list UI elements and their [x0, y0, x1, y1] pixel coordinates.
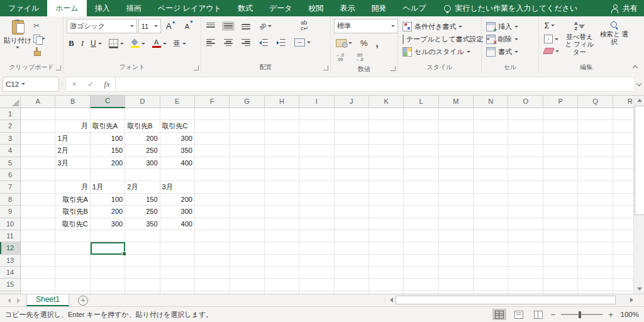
column-header-H[interactable]: H: [265, 96, 299, 108]
horizontal-scroll-thumb[interactable]: [396, 296, 616, 304]
cell-A14[interactable]: [21, 267, 55, 279]
cell-R7[interactable]: [613, 181, 633, 193]
cell-L13[interactable]: [404, 255, 438, 267]
cell-P13[interactable]: [543, 255, 578, 267]
cut-button[interactable]: ✂: [32, 20, 47, 31]
sheet-tab-sheet1[interactable]: Sheet1: [26, 294, 69, 306]
cell-E14[interactable]: [160, 267, 195, 279]
bold-button[interactable]: B: [67, 37, 76, 50]
cell-E6[interactable]: [160, 169, 195, 181]
cell-Q3[interactable]: [578, 133, 613, 145]
cell-K13[interactable]: [369, 255, 404, 267]
paste-button[interactable]: 貼り付け: [3, 19, 32, 63]
cell-L15[interactable]: [404, 279, 438, 291]
collapse-ribbon-button[interactable]: [633, 65, 638, 70]
cell-B4[interactable]: 2月: [55, 145, 90, 157]
italic-button[interactable]: I: [79, 37, 86, 50]
formula-input[interactable]: [116, 77, 635, 92]
cell-N1[interactable]: [474, 108, 508, 120]
cell-K5[interactable]: [369, 157, 404, 169]
cell-K3[interactable]: [369, 133, 404, 145]
font-color-button[interactable]: A: [150, 38, 169, 49]
cell-P12[interactable]: [543, 242, 578, 254]
cell-C7[interactable]: 1月: [91, 181, 125, 193]
cell-K2[interactable]: [369, 120, 404, 132]
cell-J10[interactable]: [335, 218, 369, 230]
cell-O9[interactable]: [508, 206, 543, 218]
cell-G11[interactable]: [230, 230, 264, 242]
cell-K14[interactable]: [369, 267, 404, 279]
cell-O10[interactable]: [508, 218, 543, 230]
cell-L6[interactable]: [404, 169, 438, 181]
ribbon-tab[interactable]: 挿入: [87, 0, 118, 16]
cell-H13[interactable]: [265, 255, 299, 267]
align-left-button[interactable]: [204, 38, 217, 47]
cell-P9[interactable]: [543, 206, 578, 218]
cell-P2[interactable]: [543, 120, 578, 132]
column-header-A[interactable]: A: [21, 96, 55, 108]
cell-A11[interactable]: [21, 230, 55, 242]
cell-Q9[interactable]: [578, 206, 613, 218]
cell-L1[interactable]: [404, 108, 438, 120]
tab-file[interactable]: ファイル: [0, 0, 47, 16]
cell-H14[interactable]: [265, 267, 299, 279]
cell-J15[interactable]: [335, 279, 369, 291]
cell-G4[interactable]: [230, 145, 264, 157]
cell-K6[interactable]: [369, 169, 404, 181]
cell-H3[interactable]: [265, 133, 299, 145]
cell-F2[interactable]: [195, 120, 230, 132]
cell-N13[interactable]: [474, 255, 508, 267]
cell-P15[interactable]: [543, 279, 578, 291]
cell-Q4[interactable]: [578, 145, 613, 157]
cell-B1[interactable]: [55, 108, 90, 120]
cell-L14[interactable]: [404, 267, 438, 279]
cell-F10[interactable]: [195, 218, 230, 230]
cell-M15[interactable]: [439, 279, 474, 291]
zoom-slider[interactable]: [561, 314, 602, 315]
cell-I11[interactable]: [299, 230, 334, 242]
cell-R3[interactable]: [613, 133, 633, 145]
cell-R6[interactable]: [613, 169, 633, 181]
vertical-scrollbar[interactable]: [633, 96, 644, 294]
cell-L5[interactable]: [404, 157, 438, 169]
cell-C2[interactable]: 取引先A: [91, 120, 125, 132]
cell-I3[interactable]: [299, 133, 334, 145]
format-cells-button[interactable]: 書式: [485, 45, 535, 58]
cell-N15[interactable]: [474, 279, 508, 291]
zoom-slider-thumb[interactable]: [579, 311, 581, 318]
ribbon-tab[interactable]: 校閲: [301, 0, 332, 16]
cell-D3[interactable]: 200: [125, 133, 160, 145]
cell-N8[interactable]: [474, 194, 508, 206]
cell-N4[interactable]: [474, 145, 508, 157]
cell-M2[interactable]: [439, 120, 474, 132]
cell-M4[interactable]: [439, 145, 474, 157]
cell-K9[interactable]: [369, 206, 404, 218]
column-header-G[interactable]: G: [230, 96, 264, 108]
cell-C4[interactable]: 150: [91, 145, 125, 157]
cell-C9[interactable]: 200: [91, 206, 125, 218]
cell-C5[interactable]: 200: [91, 157, 125, 169]
cell-M13[interactable]: [439, 255, 474, 267]
cell-E10[interactable]: 400: [160, 218, 195, 230]
cell-E7[interactable]: 3月: [160, 181, 195, 193]
cell-G12[interactable]: [230, 242, 264, 254]
cell-C11[interactable]: [91, 230, 125, 242]
cell-E12[interactable]: [160, 242, 195, 254]
align-middle-button[interactable]: [222, 21, 235, 31]
cell-F3[interactable]: [195, 133, 230, 145]
row-header-3[interactable]: 3: [0, 133, 21, 145]
cell-G13[interactable]: [230, 255, 264, 267]
cell-I2[interactable]: [299, 120, 334, 132]
number-format-combo[interactable]: 標準: [334, 19, 398, 33]
cell-B9[interactable]: 取引先B: [55, 206, 90, 218]
cell-B10[interactable]: 取引先C: [55, 218, 90, 230]
cell-B11[interactable]: [55, 230, 90, 242]
cell-K4[interactable]: [369, 145, 404, 157]
shrink-font-button[interactable]: A▼: [181, 21, 197, 31]
cell-C8[interactable]: 100: [91, 194, 125, 206]
cell-G8[interactable]: [230, 194, 264, 206]
cell-J6[interactable]: [335, 169, 369, 181]
number-dialog-launcher[interactable]: [391, 66, 396, 71]
cell-F15[interactable]: [195, 279, 230, 291]
cell-K12[interactable]: [369, 242, 404, 254]
